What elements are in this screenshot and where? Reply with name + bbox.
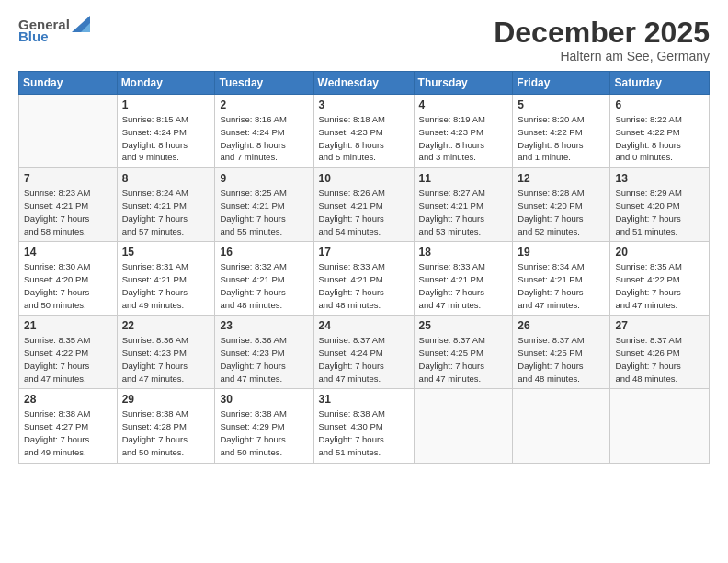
day-number: 22 [122, 319, 210, 332]
day-cell: 28Sunrise: 8:38 AMSunset: 4:27 PMDayligh… [19, 389, 118, 463]
day-number: 14 [24, 246, 112, 259]
day-number: 10 [319, 172, 409, 185]
day-info: Sunrise: 8:38 AMSunset: 4:27 PMDaylight:… [24, 408, 112, 458]
day-info: Sunrise: 8:26 AMSunset: 4:21 PMDaylight:… [319, 187, 409, 237]
day-info: Sunrise: 8:33 AMSunset: 4:21 PMDaylight:… [419, 260, 508, 311]
day-number: 30 [220, 393, 308, 406]
day-number: 7 [24, 172, 112, 185]
day-cell: 14Sunrise: 8:30 AMSunset: 4:20 PMDayligh… [19, 242, 118, 316]
day-cell: 17Sunrise: 8:33 AMSunset: 4:21 PMDayligh… [313, 242, 414, 316]
day-number: 23 [220, 319, 308, 332]
location: Haltern am See, Germany [494, 49, 710, 63]
day-cell: 5Sunrise: 8:20 AMSunset: 4:22 PMDaylight… [513, 95, 610, 168]
day-cell: 23Sunrise: 8:36 AMSunset: 4:23 PMDayligh… [215, 316, 313, 389]
day-number: 15 [122, 246, 210, 259]
day-cell: 19Sunrise: 8:34 AMSunset: 4:21 PMDayligh… [513, 242, 610, 316]
day-cell: 21Sunrise: 8:35 AMSunset: 4:22 PMDayligh… [19, 316, 118, 389]
day-cell: 22Sunrise: 8:36 AMSunset: 4:23 PMDayligh… [117, 316, 215, 389]
day-cell: 1Sunrise: 8:15 AMSunset: 4:24 PMDaylight… [117, 95, 215, 168]
weekday-header-saturday: Saturday [610, 72, 710, 95]
day-info: Sunrise: 8:28 AMSunset: 4:20 PMDaylight:… [518, 187, 605, 237]
day-info: Sunrise: 8:16 AMSunset: 4:24 PMDaylight:… [220, 113, 308, 164]
day-cell: 13Sunrise: 8:29 AMSunset: 4:20 PMDayligh… [610, 168, 710, 242]
logo: General Blue [18, 17, 90, 44]
day-cell: 29Sunrise: 8:38 AMSunset: 4:28 PMDayligh… [117, 389, 215, 463]
day-number: 24 [319, 319, 409, 332]
day-number: 1 [122, 98, 210, 111]
day-cell [513, 389, 610, 463]
day-number: 25 [419, 319, 508, 332]
day-info: Sunrise: 8:35 AMSunset: 4:22 PMDaylight:… [615, 260, 704, 311]
day-info: Sunrise: 8:29 AMSunset: 4:20 PMDaylight:… [615, 187, 704, 237]
day-number: 27 [615, 319, 704, 332]
week-row-1: 7Sunrise: 8:23 AMSunset: 4:21 PMDaylight… [19, 168, 710, 242]
day-number: 8 [122, 172, 210, 185]
weekday-header-thursday: Thursday [414, 72, 513, 95]
day-number: 18 [419, 246, 508, 259]
day-number: 12 [518, 172, 605, 185]
day-info: Sunrise: 8:33 AMSunset: 4:21 PMDaylight:… [319, 260, 409, 311]
day-cell: 4Sunrise: 8:19 AMSunset: 4:23 PMDaylight… [414, 95, 513, 168]
day-info: Sunrise: 8:37 AMSunset: 4:26 PMDaylight:… [615, 334, 704, 385]
day-info: Sunrise: 8:37 AMSunset: 4:24 PMDaylight:… [319, 334, 409, 385]
day-info: Sunrise: 8:36 AMSunset: 4:23 PMDaylight:… [122, 334, 210, 385]
day-cell: 7Sunrise: 8:23 AMSunset: 4:21 PMDaylight… [19, 168, 118, 242]
day-cell [414, 389, 513, 463]
weekday-header-tuesday: Tuesday [215, 72, 313, 95]
day-cell: 12Sunrise: 8:28 AMSunset: 4:20 PMDayligh… [513, 168, 610, 242]
day-number: 20 [615, 246, 704, 259]
day-info: Sunrise: 8:19 AMSunset: 4:23 PMDaylight:… [419, 113, 508, 164]
day-cell: 31Sunrise: 8:38 AMSunset: 4:30 PMDayligh… [313, 389, 414, 463]
day-number: 9 [220, 172, 308, 185]
day-info: Sunrise: 8:37 AMSunset: 4:25 PMDaylight:… [419, 334, 508, 385]
week-row-2: 14Sunrise: 8:30 AMSunset: 4:20 PMDayligh… [19, 242, 710, 316]
day-number: 11 [419, 172, 508, 185]
day-number: 5 [518, 98, 605, 111]
page: General Blue December 2025 Haltern am Se… [0, 0, 728, 563]
day-info: Sunrise: 8:24 AMSunset: 4:21 PMDaylight:… [122, 187, 210, 237]
month-title: December 2025 [494, 17, 710, 49]
day-info: Sunrise: 8:38 AMSunset: 4:29 PMDaylight:… [220, 408, 308, 458]
day-info: Sunrise: 8:34 AMSunset: 4:21 PMDaylight:… [518, 260, 605, 311]
header: General Blue December 2025 Haltern am Se… [18, 17, 710, 63]
day-number: 4 [419, 98, 508, 111]
day-info: Sunrise: 8:38 AMSunset: 4:28 PMDaylight:… [122, 408, 210, 458]
day-info: Sunrise: 8:25 AMSunset: 4:21 PMDaylight:… [220, 187, 308, 237]
day-info: Sunrise: 8:31 AMSunset: 4:21 PMDaylight:… [122, 260, 210, 311]
day-number: 3 [319, 98, 409, 111]
day-cell: 3Sunrise: 8:18 AMSunset: 4:23 PMDaylight… [313, 95, 414, 168]
day-cell: 18Sunrise: 8:33 AMSunset: 4:21 PMDayligh… [414, 242, 513, 316]
day-number: 17 [319, 246, 409, 259]
day-cell: 26Sunrise: 8:37 AMSunset: 4:25 PMDayligh… [513, 316, 610, 389]
day-number: 2 [220, 98, 308, 111]
day-info: Sunrise: 8:22 AMSunset: 4:22 PMDaylight:… [615, 113, 704, 164]
weekday-header-row: SundayMondayTuesdayWednesdayThursdayFrid… [19, 72, 710, 95]
day-number: 16 [220, 246, 308, 259]
week-row-3: 21Sunrise: 8:35 AMSunset: 4:22 PMDayligh… [19, 316, 710, 389]
day-cell: 24Sunrise: 8:37 AMSunset: 4:24 PMDayligh… [313, 316, 414, 389]
day-cell: 16Sunrise: 8:32 AMSunset: 4:21 PMDayligh… [215, 242, 313, 316]
day-number: 6 [615, 98, 704, 111]
day-cell: 8Sunrise: 8:24 AMSunset: 4:21 PMDaylight… [117, 168, 215, 242]
day-cell [610, 389, 710, 463]
day-info: Sunrise: 8:23 AMSunset: 4:21 PMDaylight:… [24, 187, 112, 237]
day-info: Sunrise: 8:38 AMSunset: 4:30 PMDaylight:… [319, 408, 409, 458]
day-info: Sunrise: 8:20 AMSunset: 4:22 PMDaylight:… [518, 113, 605, 164]
day-cell: 20Sunrise: 8:35 AMSunset: 4:22 PMDayligh… [610, 242, 710, 316]
day-cell: 27Sunrise: 8:37 AMSunset: 4:26 PMDayligh… [610, 316, 710, 389]
day-cell: 25Sunrise: 8:37 AMSunset: 4:25 PMDayligh… [414, 316, 513, 389]
day-number: 29 [122, 393, 210, 406]
weekday-header-friday: Friday [513, 72, 610, 95]
day-info: Sunrise: 8:27 AMSunset: 4:21 PMDaylight:… [419, 187, 508, 237]
calendar-table: SundayMondayTuesdayWednesdayThursdayFrid… [18, 71, 710, 463]
weekday-header-monday: Monday [117, 72, 215, 95]
day-number: 13 [615, 172, 704, 185]
day-info: Sunrise: 8:36 AMSunset: 4:23 PMDaylight:… [220, 334, 308, 385]
day-number: 26 [518, 319, 605, 332]
weekday-header-wednesday: Wednesday [313, 72, 414, 95]
day-number: 28 [24, 393, 112, 406]
title-block: December 2025 Haltern am See, Germany [494, 17, 710, 63]
day-info: Sunrise: 8:32 AMSunset: 4:21 PMDaylight:… [220, 260, 308, 311]
week-row-4: 28Sunrise: 8:38 AMSunset: 4:27 PMDayligh… [19, 389, 710, 463]
day-info: Sunrise: 8:30 AMSunset: 4:20 PMDaylight:… [24, 260, 112, 311]
